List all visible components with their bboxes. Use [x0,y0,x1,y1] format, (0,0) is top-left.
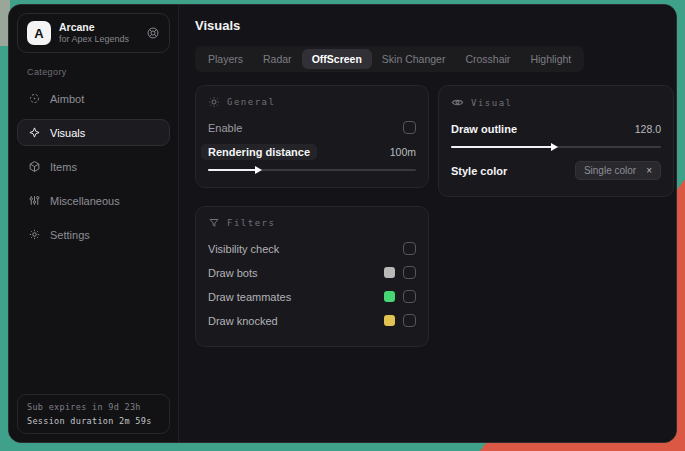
sub-expiry-text: Sub expires in 9d 23h [27,402,160,412]
tab-highlight[interactable]: Highlight [520,49,581,69]
draw-bots-label: Draw bots [208,267,258,279]
draw-bots-row: Draw bots [208,262,416,283]
cube-icon [28,160,41,173]
style-color-value: Single color [584,165,636,176]
draw-bots-color-swatch[interactable] [384,267,395,278]
rendering-distance-row: Rendering distance 100m [208,141,416,162]
rendering-distance-label: Rendering distance [201,144,317,160]
tab-radar[interactable]: Radar [253,49,302,69]
sidebar-item-label: Settings [50,229,90,241]
sidebar-item-miscellaneous[interactable]: Miscellaneous [17,187,170,214]
panel-filters: Filters Visibility check Draw bots [195,206,429,347]
sidebar: A Arcane for Apex Legends Category [9,5,179,442]
app-header: A Arcane for Apex Legends [17,13,170,53]
sidebar-item-label: Items [50,161,77,173]
panel-general: General Enable Rendering distance 100m [195,85,429,188]
style-color-label: Style color [451,165,507,177]
tab-crosshair[interactable]: Crosshair [455,49,520,69]
draw-outline-row: Draw outline 128.0 [451,118,661,139]
draw-bots-checkbox[interactable] [403,266,416,279]
tab-players[interactable]: Players [198,49,253,69]
sidebar-item-label: Aimbot [50,93,84,105]
draw-outline-label: Draw outline [451,123,517,135]
main-content: Visuals Players Radar OffScreen Skin Cha… [179,5,677,442]
draw-teammates-checkbox[interactable] [403,290,416,303]
tab-skin-changer[interactable]: Skin Changer [372,49,456,69]
app-name: Arcane [59,21,138,34]
sidebar-item-aimbot[interactable]: Aimbot [17,85,170,112]
style-color-select[interactable]: Single color × [575,161,661,180]
close-icon[interactable]: × [646,165,652,176]
draw-teammates-row: Draw teammates [208,286,416,307]
draw-knocked-label: Draw knocked [208,315,278,327]
panel-title: General [227,97,275,107]
panel-title: Filters [227,218,275,228]
gear-icon [28,228,41,241]
draw-knocked-row: Draw knocked [208,310,416,331]
draw-teammates-label: Draw teammates [208,291,291,303]
sidebar-item-items[interactable]: Items [17,153,170,180]
subscription-info: Sub expires in 9d 23h Session duration 2… [17,394,170,434]
app-window: A Arcane for Apex Legends Category [8,4,677,443]
sun-icon [208,96,220,108]
draw-teammates-color-swatch[interactable] [384,291,395,302]
visibility-check-checkbox[interactable] [403,242,416,255]
page-title: Visuals [195,18,674,33]
enable-label: Enable [208,122,242,134]
rendering-distance-value: 100m [390,146,416,158]
sidebar-item-label: Miscellaneous [50,195,120,207]
visibility-check-row: Visibility check [208,238,416,259]
lifebuoy-icon[interactable] [146,26,160,40]
category-label: Category [27,67,170,77]
sidebar-item-settings[interactable]: Settings [17,221,170,248]
tab-offscreen[interactable]: OffScreen [302,49,372,69]
draw-knocked-checkbox[interactable] [403,314,416,327]
crosshair-icon [28,92,41,105]
enable-row: Enable [208,117,416,138]
enable-checkbox[interactable] [403,121,416,134]
style-color-row: Style color Single color × [451,160,661,181]
draw-outline-slider[interactable] [451,142,661,152]
sparkle-icon [28,126,41,139]
app-logo: A [27,21,51,45]
sidebar-item-visuals[interactable]: Visuals [17,119,170,146]
slider-thumb[interactable] [255,166,262,174]
draw-outline-value: 128.0 [635,123,661,135]
tab-bar: Players Radar OffScreen Skin Changer Cro… [195,46,584,72]
desktop-background: A Arcane for Apex Legends Category [0,0,685,451]
panel-title: Visual [471,98,513,108]
slider-thumb[interactable] [551,143,558,151]
app-subtitle: for Apex Legends [59,34,138,45]
panel-visual: Visual Draw outline 128.0 Style color [438,85,674,197]
sliders-icon [28,194,41,207]
visibility-check-label: Visibility check [208,243,279,255]
rendering-distance-slider[interactable] [208,165,416,175]
eye-icon [451,96,464,109]
sidebar-item-label: Visuals [50,127,85,139]
funnel-icon [208,217,220,229]
draw-knocked-color-swatch[interactable] [384,315,395,326]
session-duration-text: Session duration 2m 59s [27,416,160,426]
